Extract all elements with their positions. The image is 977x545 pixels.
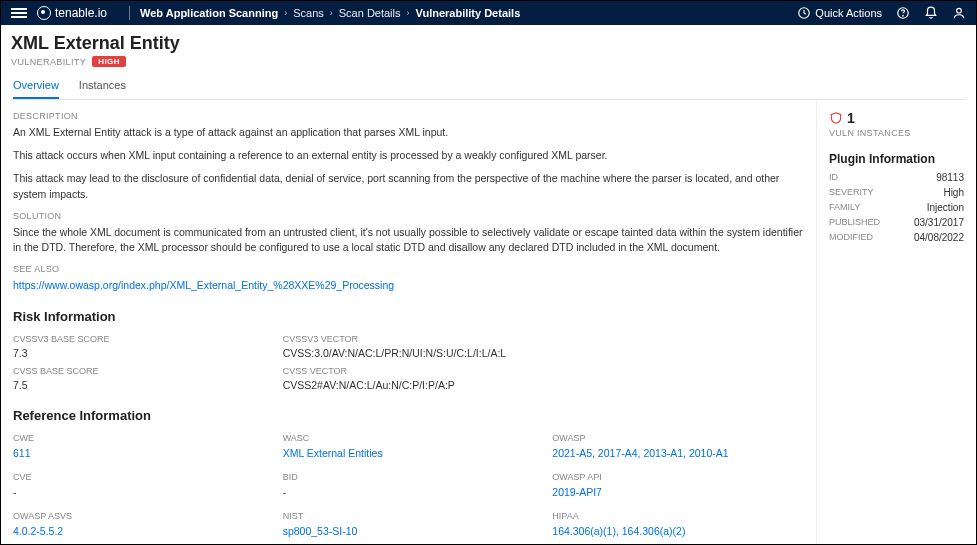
breadcrumb-scan-details[interactable]: Scan Details — [339, 7, 401, 19]
see-also-heading: SEE ALSO — [13, 263, 804, 276]
owasp-label: OWASP — [552, 432, 804, 445]
solution-heading: SOLUTION — [13, 210, 804, 223]
cwe-link[interactable]: 611 — [13, 447, 31, 459]
header: XML External Entity VULNERABILITY HIGH O… — [1, 25, 976, 100]
main-content: DESCRIPTION An XML External Entity attac… — [1, 100, 816, 545]
cvss-base-label: CVSS BASE SCORE — [13, 365, 265, 378]
description-p1: An XML External Entity attack is a type … — [13, 125, 804, 140]
chevron-right-icon: › — [330, 8, 333, 18]
cvss3-base: 7.3 — [13, 346, 265, 361]
user-icon[interactable] — [952, 6, 966, 20]
plugin-family: Injection — [927, 202, 964, 213]
logo-icon — [37, 6, 51, 20]
page-title: XML External Entity — [11, 33, 966, 54]
svg-point-2 — [903, 15, 904, 16]
cvss-vector-label: CVSS VECTOR — [283, 365, 804, 378]
plugin-mod: 04/08/2022 — [914, 232, 964, 243]
bid-label: BID — [283, 471, 535, 484]
cvss-base: 7.5 — [13, 378, 265, 393]
divider — [129, 6, 130, 20]
topbar: tenable.io Web Application Scanning › Sc… — [1, 1, 976, 25]
cvss-vector: CVSS2#AV:N/AC:L/Au:N/C:P/I:P/A:P — [283, 378, 804, 393]
nist-link[interactable]: sp800_53-SI-10 — [283, 525, 358, 537]
reference-title: Reference Information — [13, 407, 804, 426]
cvss3-base-label: CVSSV3 BASE SCORE — [13, 333, 265, 346]
risk-title: Risk Information — [13, 308, 804, 327]
hipaa-label: HIPAA — [552, 510, 804, 523]
quick-actions-label: Quick Actions — [815, 7, 882, 19]
tabs: Overview Instances — [11, 79, 966, 100]
shield-icon — [829, 111, 843, 125]
owasp-api-label: OWASP API — [552, 471, 804, 484]
see-also-link[interactable]: https://www.owasp.org/index.php/XML_Exte… — [13, 279, 394, 291]
breadcrumb-vuln-details[interactable]: Vulnerability Details — [416, 7, 521, 19]
description-p3: This attack may lead to the disclosure o… — [13, 171, 804, 201]
quick-actions-button[interactable]: Quick Actions — [797, 6, 882, 20]
wasc-label: WASC — [283, 432, 535, 445]
tab-instances[interactable]: Instances — [79, 79, 126, 99]
plugin-id: 98113 — [936, 172, 964, 183]
plugin-id-label: ID — [829, 172, 838, 183]
chevron-right-icon: › — [407, 8, 410, 18]
cvss3-vector: CVSS:3.0/AV:N/AC:L/PR:N/UI:N/S:U/C:L/I:L… — [283, 346, 804, 361]
hipaa-link[interactable]: 164.306(a)(1), 164.306(a)(2) — [552, 525, 685, 537]
brand-logo[interactable]: tenable.io — [37, 6, 107, 20]
menu-icon[interactable] — [11, 8, 27, 18]
solution-text: Since the whole XML document is communic… — [13, 225, 804, 255]
plugin-sev-label: SEVERITY — [829, 187, 874, 198]
plugin-pub-label: PUBLISHED — [829, 217, 880, 228]
bid-val: - — [283, 485, 535, 500]
clock-icon — [797, 6, 811, 20]
description-p2: This attack occurs when XML input contai… — [13, 148, 804, 163]
plugin-pub: 03/31/2017 — [914, 217, 964, 228]
chevron-right-icon: › — [284, 8, 287, 18]
description-heading: DESCRIPTION — [13, 110, 804, 123]
vuln-count: 1 — [847, 110, 855, 126]
bell-icon[interactable] — [924, 6, 938, 20]
brand-name: tenable.io — [55, 6, 107, 20]
owasp-asvs-label: OWASP ASVS — [13, 510, 265, 523]
sidebar: 1 VULN INSTANCES Plugin Information ID98… — [816, 100, 976, 545]
help-icon[interactable] — [896, 6, 910, 20]
vuln-instances-label: VULN INSTANCES — [829, 128, 964, 138]
severity-badge: HIGH — [92, 56, 126, 67]
plugin-info-title: Plugin Information — [829, 152, 964, 166]
tab-overview[interactable]: Overview — [13, 79, 59, 99]
plugin-mod-label: MODIFIED — [829, 232, 873, 243]
subtitle-label: VULNERABILITY — [11, 57, 86, 67]
breadcrumb-app[interactable]: Web Application Scanning — [140, 7, 278, 19]
owasp-link[interactable]: 2021-A5, 2017-A4, 2013-A1, 2010-A1 — [552, 447, 728, 459]
owasp-asvs-link[interactable]: 4.0.2-5.5.2 — [13, 525, 63, 537]
nist-label: NIST — [283, 510, 535, 523]
plugin-sev: High — [943, 187, 964, 198]
cve-val: - — [13, 485, 265, 500]
wasc-link[interactable]: XML External Entities — [283, 447, 383, 459]
svg-point-3 — [957, 8, 962, 13]
cve-label: CVE — [13, 471, 265, 484]
plugin-family-label: FAMILY — [829, 202, 860, 213]
cwe-label: CWE — [13, 432, 265, 445]
owasp-api-link[interactable]: 2019-API7 — [552, 486, 602, 498]
breadcrumb-scans[interactable]: Scans — [293, 7, 324, 19]
cvss3-vector-label: CVSSV3 VECTOR — [283, 333, 804, 346]
